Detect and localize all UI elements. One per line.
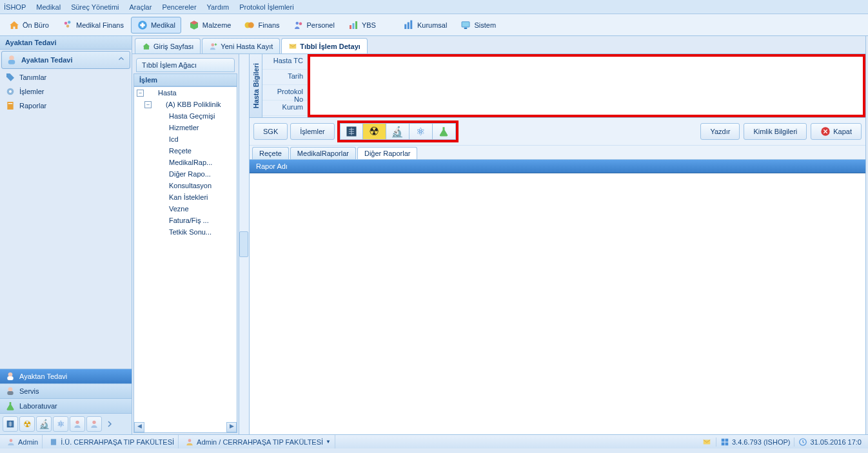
svg-rect-17 xyxy=(8,60,15,64)
tree-scroll-left[interactable]: ◀ xyxy=(134,422,144,432)
chevron-right-icon xyxy=(106,420,113,428)
svg-rect-21 xyxy=(8,103,13,104)
tree-leaf[interactable]: Hizmetler xyxy=(169,124,199,131)
menu-medikal[interactable]: Medikal xyxy=(36,3,61,11)
status-user-org[interactable]: Admin / CERRAHPAŞA TIP FAKÜLTESİ ▼ xyxy=(181,435,335,448)
ribbon-kurumsal[interactable]: Kurumsal xyxy=(397,17,453,34)
tree-leaf[interactable]: Tetkik Sonu... xyxy=(169,228,212,236)
tree-scroll-right[interactable]: ▶ xyxy=(226,422,237,432)
sidebar-group-servis[interactable]: Servis xyxy=(0,383,132,398)
subtab-diger-raporlar[interactable]: Diğer Raporlar xyxy=(357,147,418,159)
microscope-button[interactable]: 🔬 xyxy=(386,123,409,140)
svg-rect-8 xyxy=(350,25,351,29)
tree-leaf[interactable]: Konsultasyon xyxy=(169,182,212,189)
ribbon: Ön Büro Medikal Finans Medikal Malzeme F… xyxy=(0,14,868,36)
flask-icon xyxy=(5,401,15,411)
status-mail[interactable] xyxy=(698,438,716,447)
xray-button[interactable] xyxy=(340,123,363,140)
svg-point-27 xyxy=(75,421,79,424)
tree-node-clinic[interactable]: (A) KBB Poliklinik xyxy=(166,101,221,108)
menu-ishop[interactable]: İSHOP xyxy=(4,3,26,11)
islemler-button[interactable]: İşlemler xyxy=(290,123,335,140)
sidebar-item-islemler[interactable]: İşlemler xyxy=(0,84,132,99)
tree-leaf[interactable]: MedikalRap... xyxy=(169,159,212,166)
svg-rect-39 xyxy=(722,442,725,445)
svg-point-6 xyxy=(295,21,299,24)
expander-icon[interactable]: − xyxy=(137,90,144,97)
sidebar-item-tanimlar[interactable]: Tanımlar xyxy=(0,70,132,84)
svg-point-1 xyxy=(68,21,71,24)
menu-araclar[interactable]: Araçlar xyxy=(130,3,152,11)
atom-button[interactable]: ⚛ xyxy=(409,123,433,140)
subtab-medikal-raporlar[interactable]: MedikalRaporlar xyxy=(290,147,356,159)
person-icon xyxy=(72,419,83,429)
svg-point-2 xyxy=(66,24,70,28)
ribbon-malzeme[interactable]: Malzeme xyxy=(182,17,237,34)
tree-leaf[interactable]: Hasta Geçmişi xyxy=(169,112,215,120)
sidebar-group-ayaktan[interactable]: Ayaktan Tedavi xyxy=(0,369,132,383)
sidebar-item-label: Tanımlar xyxy=(19,73,46,81)
status-org[interactable]: İ.Ü. CERRAHPAŞA TIP FAKÜLTESİ xyxy=(45,435,179,448)
sidebar-item-raporlar[interactable]: Raporlar xyxy=(0,99,132,113)
sidebar-shortcut-2[interactable]: ☢ xyxy=(19,416,35,432)
menu-surec[interactable]: Süreç Yönetimi xyxy=(71,3,119,11)
ribbon-medikal-finans[interactable]: Medikal Finans xyxy=(56,17,130,34)
flask-button[interactable] xyxy=(433,123,456,140)
ribbon-on-buro[interactable]: Ön Büro xyxy=(3,17,55,34)
sidebar-group-laboratuvar[interactable]: Laboratuvar xyxy=(0,398,132,413)
tree-leaf[interactable]: Fatura/Fiş ... xyxy=(169,217,209,224)
yazdir-button[interactable]: Yazdır xyxy=(700,123,740,140)
flask-icon xyxy=(438,126,449,137)
collapsed-panel-rail[interactable] xyxy=(239,54,250,434)
tree-pane: Tıbbî İşlem Ağacı İşlem − Hasta − (A) KB… xyxy=(132,54,239,434)
sidebar-shortcut-5[interactable] xyxy=(70,416,85,432)
svg-point-19 xyxy=(9,90,12,93)
person-icon xyxy=(89,419,99,429)
tree-leaf[interactable]: Reçete xyxy=(169,147,192,155)
menu-yardim[interactable]: Yardım xyxy=(207,3,230,11)
xray-icon xyxy=(345,125,358,138)
sidebar-more-icon[interactable] xyxy=(106,416,113,432)
radiation-icon: ☢ xyxy=(23,419,32,429)
tree-leaf[interactable]: Kan İstekleri xyxy=(169,193,208,201)
menu-pencereler[interactable]: Pencereler xyxy=(162,3,196,11)
subtab-recete[interactable]: Reçete xyxy=(252,147,289,159)
ribbon-ybs[interactable]: YBS xyxy=(342,17,382,34)
ribbon-finans[interactable]: Finans xyxy=(238,17,285,34)
ribbon-personel[interactable]: Personel xyxy=(287,17,340,34)
tree-leaf[interactable]: Vezne xyxy=(169,205,189,213)
splitter-handle[interactable] xyxy=(239,231,248,257)
sidebar-shortcut-6[interactable] xyxy=(86,416,102,432)
label-hasta-tc: Hasta TC xyxy=(262,54,307,70)
radiation-button[interactable]: ☢ xyxy=(363,123,386,140)
tree-tab[interactable]: Tıbbî İşlem Ağacı xyxy=(136,58,235,72)
sgk-button[interactable]: SGK xyxy=(253,123,288,140)
tab-tibbi-islem-detayi[interactable]: Tıbbî İşlem Detayı xyxy=(281,38,368,53)
tree-node-hasta[interactable]: Hasta xyxy=(158,89,177,97)
tab-yeni-hasta[interactable]: Yeni Hasta Kayıt xyxy=(202,38,280,53)
menu-protokol[interactable]: Protokol İşlemleri xyxy=(239,3,293,11)
status-user[interactable]: Admin xyxy=(3,435,43,448)
kapat-button[interactable]: Kapat xyxy=(811,123,862,140)
squares-icon xyxy=(720,438,729,447)
label-kurum: Kurum xyxy=(262,101,307,116)
kimlik-bilgileri-button[interactable]: Kimlik Bilgileri xyxy=(744,123,807,140)
label-protokol-no: Protokol No xyxy=(262,85,307,101)
tree-leaf[interactable]: Diğer Rapo... xyxy=(169,170,211,178)
mail-icon xyxy=(702,438,712,447)
user-icon xyxy=(185,438,194,447)
mail-icon xyxy=(288,42,297,51)
svg-rect-25 xyxy=(7,391,13,395)
tab-giris-sayfasi[interactable]: Giriş Sayfası xyxy=(135,38,201,53)
tree-leaf[interactable]: Icd xyxy=(169,135,179,143)
xray-icon xyxy=(5,419,15,429)
ribbon-medikal[interactable]: Medikal xyxy=(131,17,181,34)
sidebar-shortcut-4[interactable]: ⚛ xyxy=(53,416,68,432)
leaf-icon xyxy=(157,181,166,190)
sidebar-shortcut-1[interactable] xyxy=(3,416,18,432)
sidebar-shortcut-3[interactable]: 🔬 xyxy=(36,416,52,432)
ribbon-sistem[interactable]: Sistem xyxy=(454,17,502,34)
expander-icon[interactable]: − xyxy=(144,101,152,108)
sidebar-panel-header[interactable]: Ayaktan Tedavi xyxy=(1,51,130,69)
svg-rect-23 xyxy=(7,376,13,380)
